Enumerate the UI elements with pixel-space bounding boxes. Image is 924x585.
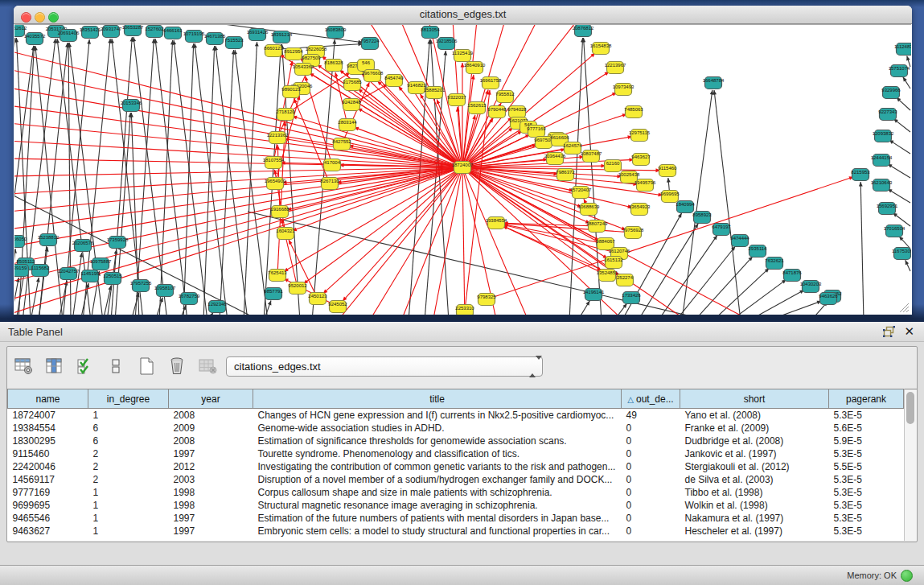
graph-node[interactable]: 13524851: [597, 270, 618, 282]
graph-edge[interactable]: [183, 43, 194, 315]
table-cell-name[interactable]: 14569117: [8, 473, 88, 486]
graph-node[interactable]: 9227343: [878, 109, 897, 121]
column-header-year[interactable]: year: [169, 389, 253, 409]
graph-node[interactable]: 13654923: [629, 204, 651, 216]
delete-table-button[interactable]: [165, 354, 189, 378]
table-cell-in_degree[interactable]: 2: [88, 447, 169, 460]
graph-node[interactable]: 18724007: [452, 162, 474, 174]
graph-node[interactable]: 16083809: [325, 27, 347, 39]
table-cell-pagerank[interactable]: 5.6E-5: [829, 422, 904, 435]
graph-node[interactable]: 2253310: [455, 305, 474, 315]
delete-column-button-disabled[interactable]: [195, 354, 220, 378]
graph-node[interactable]: 18640910: [464, 62, 486, 74]
graph-node[interactable]: 3175685: [343, 79, 362, 91]
table-cell-short[interactable]: Tibbo et al. (1998): [680, 486, 829, 499]
graph-node[interactable]: 1733426: [622, 292, 641, 304]
graph-edge[interactable]: [714, 90, 741, 315]
graph-node[interactable]: 10975887: [90, 258, 112, 270]
graph-node[interactable]: 19495796: [634, 179, 656, 192]
graph-edge[interactable]: [14, 167, 462, 247]
graph-node[interactable]: 12093832: [873, 130, 894, 142]
graph-node[interactable]: 7485063: [624, 106, 643, 118]
graph-node[interactable]: 1115682: [31, 265, 50, 277]
graph-node[interactable]: 7515523: [224, 37, 244, 49]
graph-node[interactable]: 1292346: [207, 301, 227, 313]
graph-node[interactable]: 20691406: [58, 30, 80, 42]
graph-node[interactable]: 15751074: [889, 65, 910, 77]
graph-node[interactable]: 1145195: [81, 270, 101, 282]
column-header-in_degree[interactable]: in_degree: [88, 389, 169, 409]
table-row[interactable]: 2242004622012Investigating the contribut…: [8, 460, 904, 473]
graph-node[interactable]: 9115460: [659, 165, 678, 177]
table-cell-out_degree[interactable]: 49: [622, 409, 680, 422]
table-cell-title[interactable]: Investigating the contribution of common…: [253, 460, 622, 473]
table-cell-in_degree[interactable]: 1: [88, 486, 169, 499]
graph-node[interactable]: 1562615: [467, 102, 487, 114]
table-source-dropdown[interactable]: citations_edges.txt: [226, 356, 543, 377]
column-header-title[interactable]: title: [253, 389, 622, 409]
graph-node[interactable]: 10973493: [613, 84, 634, 96]
citation-network-graph[interactable]: 1872400720552612140355722053174220691406…: [14, 25, 911, 315]
graph-node[interactable]: 10719195: [183, 31, 205, 43]
table-cell-pagerank[interactable]: 5.3E-5: [829, 525, 904, 538]
graph-node[interactable]: 9322037: [447, 94, 466, 106]
table-cell-title[interactable]: Tourette syndrome. Phenomenology and cla…: [253, 447, 622, 460]
graph-node[interactable]: 7957224: [360, 38, 380, 50]
graph-node[interactable]: 12975115: [629, 130, 651, 142]
table-row[interactable]: 1872400712008Changes of HCN gene express…: [8, 409, 904, 422]
select-columns-button[interactable]: [73, 354, 97, 378]
graph-node[interactable]: 10958107: [154, 285, 176, 297]
graph-node[interactable]: 14196141: [583, 289, 605, 301]
graph-node[interactable]: 7632621: [765, 257, 784, 270]
table-cell-short[interactable]: Stergiakouli et al. (2012): [680, 460, 829, 473]
table-cell-name[interactable]: 9463627: [8, 525, 88, 538]
new-table-button[interactable]: [134, 354, 158, 378]
network-window-titlebar[interactable]: citations_edges.txt: [14, 6, 912, 24]
table-row[interactable]: 946362711997Embryonic stem cells: a mode…: [8, 525, 904, 538]
graph-node[interactable]: 9699695: [660, 191, 680, 203]
graph-node[interactable]: 15238812: [38, 234, 60, 246]
table-cell-title[interactable]: Disruption of a novel member of a sodium…: [253, 473, 622, 486]
graph-edge[interactable]: [766, 301, 822, 315]
row-height-button[interactable]: [104, 354, 128, 378]
graph-node[interactable]: 9790448: [487, 106, 507, 118]
graph-node[interactable]: 9857791: [264, 288, 283, 300]
graph-node[interactable]: 7625413: [268, 270, 287, 282]
graph-node[interactable]: 8660123: [264, 45, 283, 57]
table-cell-out_degree[interactable]: 0: [622, 447, 680, 460]
table-cell-name[interactable]: 18300295: [8, 435, 88, 447]
resize-grip-icon[interactable]: [898, 302, 910, 313]
graph-edge[interactable]: [14, 249, 15, 315]
table-cell-name[interactable]: 9115460: [8, 447, 88, 460]
graph-node[interactable]: 16782759: [179, 293, 200, 305]
table-cell-short[interactable]: Hescheler et al. (1997): [680, 525, 829, 538]
graph-edge[interactable]: [244, 42, 257, 315]
table-cell-year[interactable]: 1998: [169, 499, 253, 512]
table-cell-year[interactable]: 1997: [169, 447, 253, 460]
memory-ok-indicator-icon[interactable]: [901, 570, 913, 582]
table-cell-title[interactable]: Estimation of the future numbers of pati…: [253, 512, 622, 525]
graph-edge[interactable]: [462, 75, 474, 167]
table-cell-name[interactable]: 9699695: [8, 499, 88, 512]
graph-node[interactable]: 2450123: [308, 293, 327, 305]
table-cell-name[interactable]: 9465546: [8, 512, 88, 525]
table-cell-title[interactable]: Changes of HCN gene expression and I(f) …: [253, 409, 622, 422]
table-cell-out_degree[interactable]: 0: [622, 460, 680, 473]
graph-node[interactable]: 19384554: [486, 217, 507, 229]
graph-node[interactable]: 8958923: [692, 212, 712, 224]
graph-node[interactable]: 16154838: [590, 43, 612, 55]
graph-node[interactable]: 10543362: [293, 64, 314, 76]
graph-edge[interactable]: [860, 182, 864, 315]
table-cell-title[interactable]: Genome-wide association studies in ADHD.: [253, 422, 622, 435]
table-cell-in_degree[interactable]: 6: [88, 422, 169, 435]
graph-node[interactable]: 10653287: [122, 25, 144, 36]
network-view-canvas[interactable]: 1872400720552612140355722053174220691406…: [14, 24, 911, 315]
table-row[interactable]: 1830029562008Estimation of significance …: [8, 435, 904, 447]
graph-edge[interactable]: [14, 88, 462, 167]
table-cell-name[interactable]: 22420046: [8, 460, 88, 473]
graph-node[interactable]: 9798325: [477, 294, 496, 306]
graph-node[interactable]: 8267130: [320, 178, 339, 190]
graph-node[interactable]: 18351421: [80, 27, 101, 39]
graph-edge[interactable]: [400, 167, 462, 315]
graph-node[interactable]: 16210643: [871, 179, 893, 192]
